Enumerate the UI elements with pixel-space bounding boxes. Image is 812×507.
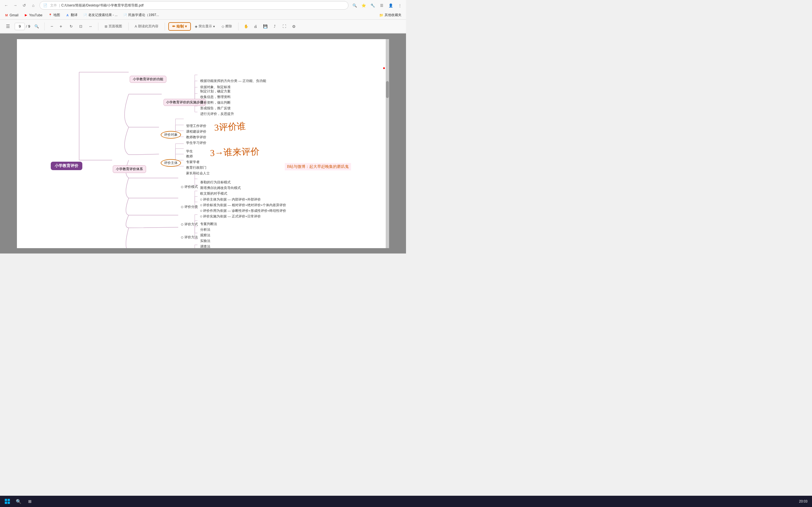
eraser-button[interactable]: ◇ 擦除 <box>219 23 235 30</box>
handwriting-1: 3评价谁 <box>214 120 246 134</box>
obj-item-3: 教师教学评价 <box>186 134 206 139</box>
share-button[interactable]: ⤴ <box>271 22 279 31</box>
zoom-button[interactable]: 🔍 <box>351 1 359 9</box>
bookmark-youtube[interactable]: ▶ YouTube <box>22 12 45 18</box>
file-icon: 📄 <box>43 3 47 7</box>
right-tools: ✋ 🖨 💾 ⤴ ⛶ ⚙ <box>242 22 298 31</box>
steps-item-1: 制定计划，确定方案 <box>200 89 231 94</box>
bookmark-maps-label: 地图 <box>53 13 60 17</box>
mode-item-3: 欧文斯的对手模式 <box>200 191 227 196</box>
fullscreen-button[interactable]: ⛶ <box>280 22 289 31</box>
bookmark-gmail-label: Gmail <box>10 13 18 17</box>
zoom-out-button[interactable]: − <box>48 22 56 31</box>
class-item-1: 评价主体为依据 — 内部评价+外部评价 <box>200 198 261 202</box>
obj-item-4: 学生学习评价 <box>186 140 206 145</box>
approach-item-1: 专案判断法 <box>200 221 217 226</box>
more-button[interactable]: ⋮ <box>396 1 404 9</box>
extensions-button[interactable]: 🔧 <box>369 1 377 9</box>
pdf-content: 小学教育评价 小学教育评价体系 小学教育评价的功能 小学教育评价的实施步骤 根据… <box>0 34 406 253</box>
bookmark-doc-icon-1: 📄 <box>83 13 87 17</box>
class-item-2: 评价标准为依据 — 相对评价+绝对评价+个体内差异评价 <box>200 203 286 207</box>
eval-subject-node: 评价主体 <box>161 159 181 167</box>
read-aloud-label: 朗读此页内容 <box>138 24 158 29</box>
handwriting-2: 3→谁来评价 <box>210 145 260 159</box>
draw-icon: ✏ <box>172 24 175 29</box>
divider-5 <box>238 22 239 31</box>
steps-item-5: 进行元评价，反思提升 <box>200 111 234 116</box>
steps-item-4: 形成报告，推广反馈 <box>200 105 231 110</box>
bookmarks-bar: M Gmail ▶ YouTube 📍 地图 A 翻译 📄 老友记搜索结果 - … <box>0 11 406 20</box>
collections-button[interactable]: ☰ <box>378 1 386 9</box>
home-button[interactable]: ⌂ <box>29 1 37 9</box>
translate-icon: A <box>66 13 70 17</box>
eval-object-node: 评价对象 <box>161 131 181 138</box>
eval-class-label: 评价分类 <box>181 205 198 209</box>
scrollbar-thumb[interactable] <box>386 81 389 98</box>
function-item-1: 根据功能发挥的方向分类 — 正功能、负功能 <box>200 78 266 83</box>
bookmark-youtube-label: YouTube <box>29 13 42 17</box>
bookmark-minzu-label: 民族学通论（1997... <box>128 13 159 17</box>
highlight-button[interactable]: ◈ 突出显示 ▾ <box>192 23 218 30</box>
main-node: 小学教育评价 <box>51 162 82 170</box>
profile-button[interactable]: 👤 <box>387 1 395 9</box>
browser-toolbar: 🔍 ⭐ 🔧 ☰ 👤 ⋮ <box>351 1 404 9</box>
steps-node-label: 小学教育评价的实施步骤 <box>163 99 206 106</box>
system-node-label: 小学教育评价体系 <box>113 165 146 173</box>
bookmark-translate[interactable]: A 翻译 <box>63 12 80 18</box>
zoom-in-button[interactable]: + <box>57 22 65 31</box>
steps-node: 小学教育评价的实施步骤 <box>163 99 206 106</box>
mode-item-2: 斯塔弗尔比姆改良导向模式 <box>200 185 241 190</box>
pdf-settings-button[interactable]: ⚙ <box>290 22 298 31</box>
approach-item-2: 分析法 <box>200 227 210 232</box>
bookmark-laoyouji[interactable]: 📄 老友记搜索结果 - ... <box>81 12 120 18</box>
other-bookmarks[interactable]: 📁 其他收藏夹 <box>377 12 404 18</box>
refresh-button[interactable]: ↺ <box>20 1 28 9</box>
subj-item-3: 专家学者 <box>186 159 200 164</box>
maps-icon: 📍 <box>48 13 52 17</box>
bookmark-minzu[interactable]: 📄 民族学通论（1997... <box>121 12 161 18</box>
save-button[interactable]: 💾 <box>261 22 269 31</box>
bookmark-doc-icon-2: 📄 <box>123 13 127 17</box>
system-node: 小学教育评价体系 <box>113 165 146 173</box>
subj-item-2: 教师 <box>186 154 193 159</box>
page-view-button[interactable]: ⊞ 页面视图 <box>102 23 125 30</box>
zoom-controls: − + <box>48 22 65 31</box>
back-button[interactable]: ← <box>2 1 10 9</box>
approach-item-5: 调查法 <box>200 244 210 248</box>
draw-label: 绘制 <box>176 24 184 29</box>
subj-item-1: 学生 <box>186 149 193 154</box>
pdf-search-button[interactable]: 🔍 <box>33 22 41 31</box>
read-aloud-button[interactable]: A 朗读此页内容 <box>132 23 161 30</box>
favorites-button[interactable]: ⭐ <box>360 1 368 9</box>
main-node-label: 小学教育评价 <box>51 162 82 170</box>
scrollbar[interactable] <box>386 39 389 248</box>
gmail-icon: M <box>4 13 8 17</box>
eval-subject-label: 评价主体 <box>161 159 181 167</box>
mindmap: 小学教育评价 小学教育评价体系 小学教育评价的功能 小学教育评价的实施步骤 根据… <box>22 45 384 242</box>
bookmark-maps[interactable]: 📍 地图 <box>46 12 62 18</box>
function-node-label: 小学教育评价的功能 <box>130 76 166 83</box>
page-input-group: / 9 <box>15 23 30 30</box>
print-button[interactable]: 🖨 <box>252 22 260 31</box>
obj-item-1: 管理工作评价 <box>186 123 206 128</box>
bookmark-translate-label: 翻译 <box>71 13 78 17</box>
draw-button[interactable]: ✏ 绘制 ▾ <box>168 22 191 31</box>
page-number-input[interactable] <box>15 23 25 30</box>
address-bar[interactable]: 📄 文件 | C:/Users/简筱诞/Desktop/书籍/小学教育学思维导图… <box>40 1 349 10</box>
class-item-4: 评价实施为依据 — 正式评价+日常评价 <box>200 214 261 219</box>
title-bar: ← → ↺ ⌂ 📄 文件 | C:/Users/简筱诞/Desktop/书籍/小… <box>0 0 406 11</box>
bookmark-gmail[interactable]: M Gmail <box>2 12 20 18</box>
hand-button[interactable]: ✋ <box>242 22 250 31</box>
menu-button[interactable]: ☰ <box>3 22 12 31</box>
address-path: C:/Users/简筱诞/Desktop/书籍/小学教育学思维导图.pdf <box>61 3 144 8</box>
subj-item-5: 家长和社会人士 <box>186 170 210 175</box>
eval-mode-label: 评价模式 <box>181 185 198 189</box>
forward-button[interactable]: → <box>11 1 19 9</box>
fit-page-button[interactable]: ⊡ <box>77 22 85 31</box>
fit-width-button[interactable]: ↔ <box>86 22 95 31</box>
eval-method-node: 评价方式 <box>181 222 198 226</box>
fit-buttons: ↻ ⊡ ↔ <box>67 22 95 31</box>
eval-approach-label: 评价方法 <box>181 235 198 239</box>
rotate-button[interactable]: ↻ <box>67 22 75 31</box>
approach-item-4: 实验法 <box>200 238 210 243</box>
